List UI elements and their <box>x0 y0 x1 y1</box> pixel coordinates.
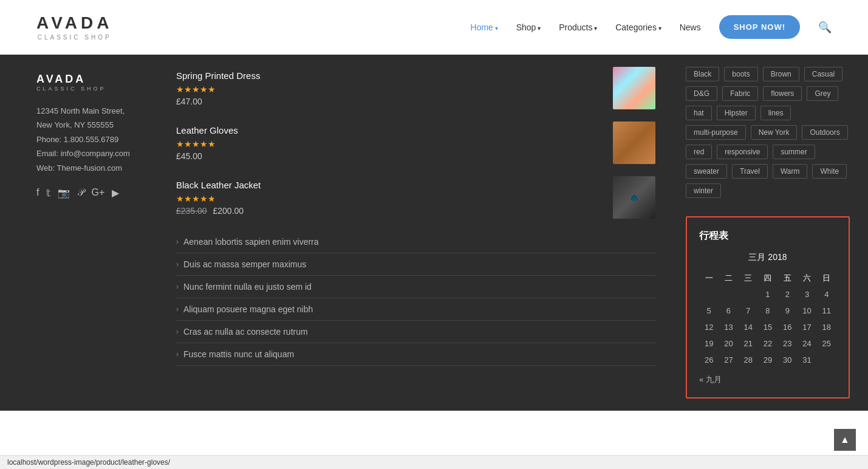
list-item[interactable]: › Aenean lobortis sapien enim viverra <box>176 231 655 253</box>
tag-casual[interactable]: Casual <box>804 67 842 81</box>
tag-red[interactable]: red <box>686 145 712 159</box>
tag-warm[interactable]: Warm <box>773 164 808 179</box>
product-image <box>613 67 655 109</box>
nav-links: Home Shop Products Categories News SHOP … <box>471 15 832 39</box>
cal-day[interactable]: 13 <box>719 319 738 335</box>
cal-day[interactable]: 16 <box>777 319 797 335</box>
tags-container: Black boots Brown Casual D&G Fabric flow… <box>686 67 850 198</box>
cal-day[interactable]: 1 <box>758 286 777 303</box>
instagram-icon[interactable]: 📷 <box>58 187 70 199</box>
logo-sub: CLASSIC SHOP <box>38 34 112 41</box>
cal-header-wed: 三 <box>739 270 758 286</box>
tag-lines[interactable]: lines <box>760 106 791 120</box>
tag-hat[interactable]: hat <box>686 106 712 120</box>
search-icon[interactable]: 🔍 <box>818 21 832 34</box>
list-item[interactable]: › Cras ac nulla ac consecte rutrum <box>176 321 655 343</box>
list-item[interactable]: › Fusce mattis nunc ut aliquam <box>176 343 655 366</box>
pinterest-icon[interactable]: 𝒫 <box>77 187 84 199</box>
list-item[interactable]: › Duis ac massa semper maximus <box>176 253 655 276</box>
tag-boots[interactable]: boots <box>724 67 757 81</box>
dress-image <box>613 67 655 109</box>
tag-black[interactable]: Black <box>686 67 719 81</box>
cal-day[interactable]: 20 <box>719 335 738 352</box>
navbar: AVADA CLASSIC SHOP Home Shop Products Ca… <box>0 0 868 55</box>
product-price: £47.00 <box>176 97 603 106</box>
tag-dg[interactable]: D&G <box>686 86 717 101</box>
cal-day[interactable]: 12 <box>699 319 719 335</box>
tag-new-york[interactable]: New York <box>751 125 798 140</box>
tag-outdoors[interactable]: Outdoors <box>802 125 847 140</box>
sidebar-logo: AVADA <box>36 73 140 86</box>
tag-flowers[interactable]: flowers <box>763 86 802 101</box>
address-line-1: 12345 North Main Street, <box>36 104 140 118</box>
cal-day[interactable]: 14 <box>739 319 758 335</box>
tag-sweater[interactable]: sweater <box>686 164 727 179</box>
cal-header-sun: 日 <box>817 270 836 286</box>
cal-day[interactable]: 25 <box>817 335 836 352</box>
cal-day[interactable]: 10 <box>797 303 816 319</box>
cal-day[interactable]: 18 <box>817 319 836 335</box>
cal-day[interactable]: 4 <box>817 286 836 303</box>
cal-day[interactable]: 7 <box>739 303 758 319</box>
tag-fabric[interactable]: Fabric <box>722 86 758 101</box>
product-stars: ★★★★★ <box>176 194 603 204</box>
tag-summer[interactable]: summer <box>773 145 815 159</box>
cal-day[interactable]: 15 <box>758 319 777 335</box>
facebook-icon[interactable]: f <box>36 187 39 199</box>
list-item[interactable]: › Nunc fermint nulla eu justo sem id <box>176 276 655 298</box>
cal-day[interactable]: 6 <box>719 303 738 319</box>
tag-travel[interactable]: Travel <box>732 164 768 179</box>
googleplus-icon[interactable]: G+ <box>91 187 104 199</box>
cal-day[interactable]: 29 <box>758 352 777 368</box>
cal-day[interactable]: 28 <box>739 352 758 368</box>
cal-day[interactable]: 19 <box>699 335 719 352</box>
nav-categories[interactable]: Categories <box>615 22 661 32</box>
cal-day[interactable]: 5 <box>699 303 719 319</box>
cal-day[interactable]: 3 <box>797 286 816 303</box>
cal-day[interactable]: 2 <box>777 286 797 303</box>
nav-products[interactable]: Products <box>559 22 597 32</box>
cal-day[interactable]: 11 <box>817 303 836 319</box>
cal-day[interactable]: 8 <box>758 303 777 319</box>
cal-day[interactable]: 26 <box>699 352 719 368</box>
nav-home[interactable]: Home <box>471 22 498 32</box>
shop-now-button[interactable]: SHOP NOW! <box>719 15 800 39</box>
product-stars: ★★★★★ <box>176 139 603 149</box>
cal-header-tue: 二 <box>719 270 738 286</box>
arrow-icon: › <box>176 238 179 246</box>
cal-day[interactable]: 9 <box>777 303 797 319</box>
tag-winter[interactable]: winter <box>686 183 721 198</box>
table-row: Black Leather Jacket ★★★★★ £235.00 £200.… <box>176 176 655 219</box>
cal-day <box>817 352 836 368</box>
product-name[interactable]: Spring Printed Dress <box>176 70 603 81</box>
product-info: Leather Gloves ★★★★★ £45.00 <box>176 125 603 161</box>
cal-day <box>699 286 719 303</box>
list-item[interactable]: › Aliquam posuere magna eget nibh <box>176 298 655 321</box>
twitter-icon[interactable]: 𝕥 <box>46 187 50 199</box>
tag-hipster[interactable]: Hipster <box>717 106 756 120</box>
calendar-prev-nav[interactable]: « 九月 <box>699 368 836 385</box>
tag-multi-purpose[interactable]: multi-purpose <box>686 125 746 140</box>
cal-day[interactable]: 27 <box>719 352 738 368</box>
tag-brown[interactable]: Brown <box>763 67 799 81</box>
cal-day[interactable]: 22 <box>758 335 777 352</box>
youtube-icon[interactable]: ▶ <box>112 187 119 199</box>
cal-day[interactable]: 17 <box>797 319 816 335</box>
cal-day[interactable]: 31 <box>797 352 816 368</box>
tag-grey[interactable]: Grey <box>807 86 838 101</box>
product-name[interactable]: Black Leather Jacket <box>176 180 603 190</box>
tag-white[interactable]: White <box>812 164 847 179</box>
cal-header-thu: 四 <box>758 270 777 286</box>
arrow-icon: › <box>176 327 179 336</box>
cal-day[interactable]: 23 <box>777 335 797 352</box>
cal-day[interactable]: 24 <box>797 335 816 352</box>
page-body: AVADA CLASSIC SHOP 12345 North Main Stre… <box>0 55 868 411</box>
nav-shop[interactable]: Shop <box>516 22 541 32</box>
cal-header-fri: 五 <box>777 270 797 286</box>
product-name[interactable]: Leather Gloves <box>176 125 603 135</box>
nav-news[interactable]: News <box>680 22 701 32</box>
cal-day[interactable]: 21 <box>739 335 758 352</box>
tag-responsive[interactable]: responsive <box>717 145 768 159</box>
cal-day[interactable]: 30 <box>777 352 797 368</box>
left-sidebar: AVADA CLASSIC SHOP 12345 North Main Stre… <box>0 55 158 411</box>
